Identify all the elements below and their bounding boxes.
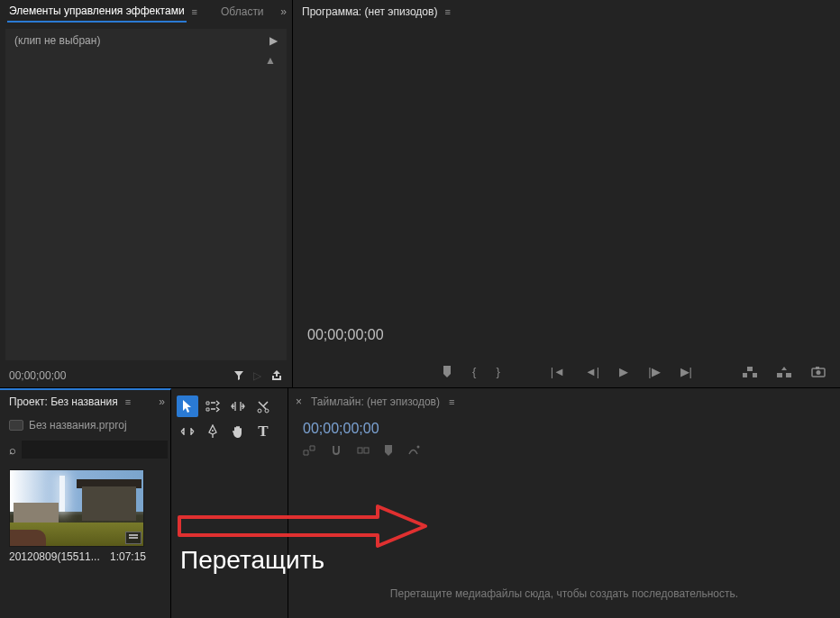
close-icon[interactable]: × bbox=[296, 395, 302, 408]
video-badge-icon bbox=[125, 532, 142, 544]
tab-regions[interactable]: Области bbox=[219, 2, 266, 22]
panel-menu-icon[interactable]: ≡ bbox=[192, 6, 197, 17]
program-header: Программа: (нет эпизодов) ≡ bbox=[293, 0, 840, 23]
timeline-timecode[interactable]: 00;00;00;00 bbox=[288, 415, 840, 437]
svg-rect-1 bbox=[753, 373, 757, 377]
svg-point-10 bbox=[258, 409, 261, 413]
project-file-row: Без названия.prproj bbox=[0, 414, 170, 437]
effects-header: Элементы управления эффектами ≡ Области … bbox=[0, 0, 292, 23]
pen-tool[interactable] bbox=[202, 421, 224, 442]
timeline-header: × Таймлайн: (нет эпизодов) ≡ bbox=[288, 388, 840, 415]
linked-selection-icon[interactable] bbox=[357, 445, 370, 456]
marker-icon[interactable] bbox=[442, 366, 452, 378]
hand-tool[interactable] bbox=[227, 421, 249, 442]
svg-point-6 bbox=[817, 370, 821, 375]
overflow-chevron-icon[interactable]: » bbox=[159, 395, 163, 408]
razor-tool[interactable] bbox=[252, 395, 274, 417]
track-select-tool[interactable] bbox=[202, 395, 224, 417]
tab-program[interactable]: Программа: (нет эпизодов) bbox=[300, 2, 439, 22]
play-icon[interactable]: ▶ bbox=[619, 365, 628, 378]
selection-tool[interactable] bbox=[177, 395, 198, 417]
svg-point-15 bbox=[417, 446, 420, 449]
no-clip-label: (клип не выбран) bbox=[14, 34, 100, 47]
project-panel: Проект: Без названия ≡ » Без названия.pr… bbox=[0, 388, 171, 618]
type-tool[interactable]: T bbox=[252, 421, 274, 442]
search-icon: ⌕ bbox=[9, 443, 16, 457]
panel-menu-icon[interactable]: ≡ bbox=[444, 6, 450, 17]
svg-rect-2 bbox=[747, 367, 753, 371]
svg-rect-4 bbox=[786, 373, 791, 377]
search-input[interactable] bbox=[22, 441, 168, 459]
step-forward-icon[interactable]: |▶ bbox=[648, 365, 660, 378]
panel-menu-icon[interactable]: ≡ bbox=[449, 396, 454, 407]
svg-rect-3 bbox=[777, 373, 782, 377]
svg-rect-13 bbox=[358, 448, 362, 453]
program-monitor-panel: Программа: (нет эпизодов) ≡ 00;00;00;00 … bbox=[293, 0, 840, 387]
program-viewer bbox=[293, 23, 840, 320]
collapse-icon[interactable]: ▲ bbox=[5, 52, 287, 68]
export-frame-icon[interactable] bbox=[811, 367, 826, 377]
project-file-name: Без названия.prproj bbox=[29, 419, 127, 432]
clip-item[interactable]: 20120809(15511... 1:07:15 bbox=[0, 466, 170, 570]
no-clip-row: (клип не выбран) ▶ bbox=[5, 29, 287, 52]
tools-panel: T bbox=[171, 388, 288, 618]
go-to-in-icon[interactable]: |◄ bbox=[551, 365, 565, 378]
timeline-dropzone[interactable]: Перетащите медиафайлы сюда, чтобы создат… bbox=[288, 462, 840, 618]
expand-icon[interactable]: ▶ bbox=[269, 34, 278, 47]
ripple-edit-tool[interactable] bbox=[227, 395, 249, 417]
effects-footer: 00;00;00;00 ▷ bbox=[0, 366, 292, 387]
panel-menu-icon[interactable]: ≡ bbox=[125, 396, 131, 407]
dropzone-text: Перетащите медиафайлы сюда, чтобы создат… bbox=[390, 587, 738, 600]
extract-icon[interactable] bbox=[777, 367, 791, 377]
effects-controls-panel: Элементы управления эффектами ≡ Области … bbox=[0, 0, 293, 387]
settings-icon[interactable] bbox=[407, 444, 420, 457]
svg-point-11 bbox=[265, 409, 269, 413]
svg-point-12 bbox=[212, 430, 214, 432]
svg-rect-7 bbox=[816, 367, 819, 369]
clip-duration: 1:07:15 bbox=[110, 550, 146, 563]
search-row: ⌕ bbox=[0, 437, 170, 466]
out-point-icon[interactable]: } bbox=[496, 365, 499, 378]
snap-icon[interactable] bbox=[330, 444, 342, 457]
lift-icon[interactable] bbox=[743, 367, 757, 377]
tab-project[interactable]: Проект: Без названия bbox=[7, 392, 120, 412]
effects-body: (клип не выбран) ▶ ▲ bbox=[5, 29, 287, 360]
marker-add-icon[interactable] bbox=[384, 445, 393, 457]
bypass-icon[interactable]: ▷ bbox=[253, 369, 261, 382]
svg-rect-0 bbox=[743, 373, 747, 377]
tab-timeline[interactable]: Таймлайн: (нет эпизодов) bbox=[309, 392, 442, 412]
timeline-panel: × Таймлайн: (нет эпизодов) ≡ 00;00;00;00… bbox=[288, 388, 840, 618]
go-to-out-icon[interactable]: ▶| bbox=[680, 365, 692, 378]
filter-icon[interactable] bbox=[233, 370, 244, 381]
clip-name: 20120809(15511... bbox=[9, 550, 100, 563]
tab-effect-controls[interactable]: Элементы управления эффектами bbox=[7, 1, 187, 23]
program-timecode[interactable]: 00;00;00;00 bbox=[307, 327, 826, 352]
in-point-icon[interactable]: { bbox=[472, 365, 476, 378]
overflow-chevron-icon[interactable]: » bbox=[280, 5, 285, 18]
bin-icon bbox=[9, 420, 23, 431]
timeline-toolbar bbox=[288, 437, 840, 462]
insert-mode-icon[interactable] bbox=[303, 445, 315, 456]
transport-bar: { } |◄ ◄| ▶ |▶ ▶| bbox=[293, 359, 840, 387]
step-back-icon[interactable]: ◄| bbox=[585, 365, 599, 378]
slip-tool[interactable] bbox=[177, 421, 198, 442]
effects-timecode[interactable]: 00;00;00;00 bbox=[9, 369, 66, 382]
project-header: Проект: Без названия ≡ » bbox=[0, 390, 170, 414]
svg-rect-14 bbox=[364, 448, 369, 453]
clip-thumbnail[interactable] bbox=[9, 469, 144, 547]
export-icon[interactable] bbox=[270, 370, 283, 381]
